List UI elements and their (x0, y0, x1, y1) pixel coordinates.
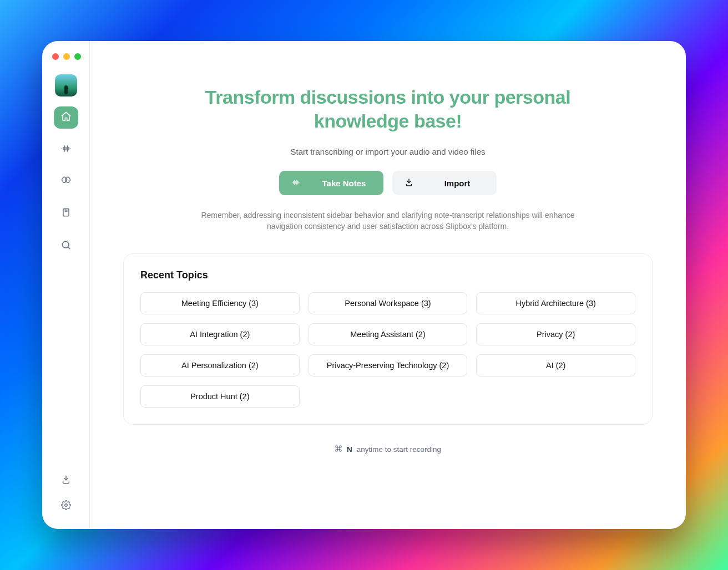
sidebar-item-brain[interactable] (54, 171, 78, 193)
topic-chip[interactable]: AI Integration (2) (140, 323, 300, 345)
command-icon (335, 445, 342, 454)
brain-icon (60, 175, 72, 189)
topic-chip[interactable]: AI (2) (476, 354, 635, 376)
sidebar-bottom (61, 475, 71, 512)
shortcut-key: N (347, 445, 352, 454)
sidebar-item-settings[interactable] (61, 500, 71, 512)
home-icon (60, 111, 72, 124)
sidebar-item-audio[interactable] (54, 139, 78, 161)
sidebar-item-search[interactable] (54, 235, 78, 257)
topic-chip[interactable]: Product Hunt (2) (140, 385, 300, 408)
topic-chip[interactable]: AI Personalization (2) (140, 354, 300, 376)
page-headline: Transform discussions into your personal… (188, 85, 588, 133)
recent-topics-title: Recent Topics (140, 269, 635, 281)
sidebar (42, 41, 90, 529)
recent-topics-card: Recent Topics Meeting Efficiency (3)Pers… (123, 253, 653, 425)
topic-chip[interactable]: Meeting Efficiency (3) (140, 292, 300, 314)
search-icon (60, 240, 72, 253)
gear-icon (61, 502, 71, 512)
topic-chip[interactable]: Hybrid Architecture (3) (476, 292, 635, 314)
sidebar-item-home[interactable] (54, 106, 78, 129)
topic-chip[interactable]: Privacy-Preserving Technology (2) (309, 354, 468, 376)
window-zoom-button[interactable] (74, 53, 81, 60)
take-notes-button[interactable]: Take Notes (279, 171, 383, 195)
main-content: Transform discussions into your personal… (90, 41, 686, 529)
window-close-button[interactable] (52, 53, 59, 60)
page-subhead: Start transcribing or import your audio … (290, 147, 485, 156)
download-icon (61, 477, 71, 486)
svg-point-2 (64, 504, 67, 507)
topic-chip[interactable]: Privacy (2) (476, 323, 635, 345)
topic-chip[interactable]: Meeting Assistant (2) (309, 323, 468, 345)
sidebar-item-notes[interactable] (54, 203, 78, 225)
take-notes-label: Take Notes (317, 179, 371, 188)
shortcut-hint: N anytime to start recording (335, 445, 441, 454)
app-window: Transform discussions into your personal… (42, 41, 686, 529)
window-minimize-button[interactable] (63, 53, 70, 60)
window-traffic-lights (42, 48, 81, 65)
download-icon (405, 178, 413, 189)
topic-chip[interactable]: Personal Workspace (3) (309, 292, 468, 314)
sidebar-item-import[interactable] (61, 475, 71, 487)
recent-topics-grid: Meeting Efficiency (3)Personal Workspace… (140, 292, 635, 408)
waveform-icon (291, 178, 300, 189)
import-label: Import (430, 179, 484, 188)
waveform-icon (60, 143, 72, 156)
shortcut-text: anytime to start recording (357, 445, 441, 454)
avatar[interactable] (55, 74, 77, 96)
hero-tip: Remember, addressing inconsistent sideba… (194, 210, 582, 232)
hero-actions: Take Notes Import (279, 171, 497, 195)
svg-rect-0 (63, 209, 69, 216)
sidebar-nav (54, 106, 78, 257)
bookmark-doc-icon (60, 207, 72, 221)
import-button[interactable]: Import (392, 171, 497, 195)
